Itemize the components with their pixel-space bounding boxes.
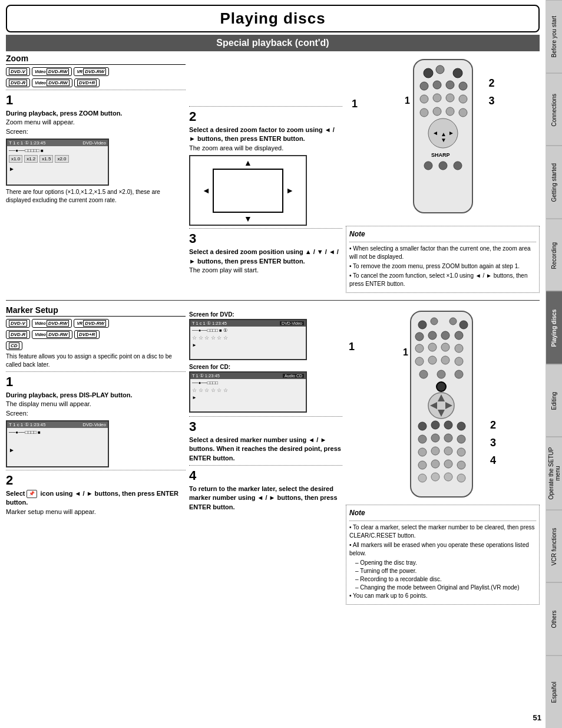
svg-text:►: ►: [448, 130, 454, 136]
zoom-note-item2: • To remove the zoom menu, press ZOOM bu…: [349, 262, 536, 271]
marker-disc-dvdrw-vr: VR DVD-RW: [74, 319, 108, 328]
zoom-note-box: Note • When selecting a smaller factor t…: [346, 226, 540, 293]
screen-dvd-topbar-right: DVD-Video: [280, 321, 304, 325]
zoom-screen-row1: ──●──□□□□□ ■: [9, 148, 106, 153]
marker-step2-desc: Select 📌 icon using ◄ / ► buttons, then …: [6, 489, 186, 516]
svg-point-70: [431, 473, 439, 481]
svg-point-46: [455, 370, 463, 378]
svg-point-64: [457, 448, 465, 456]
svg-point-42: [455, 357, 463, 365]
svg-point-45: [437, 370, 445, 378]
marker-screen-body: ──●──□□□□ ■ ►: [7, 428, 108, 455]
zoom-section-title: Zoom: [6, 54, 186, 65]
svg-point-66: [431, 460, 439, 468]
svg-text:▼: ▼: [441, 137, 447, 143]
sidebar-tab-connections[interactable]: Connections: [546, 73, 562, 146]
sidebar-tab-vcr-functions[interactable]: VCR functions: [546, 510, 562, 583]
remote-label-3: 3: [488, 95, 494, 107]
zoom-step1-heading-text: During playback, press ZOOM button.: [6, 110, 122, 117]
marker-disc-dvdr2: DVD+R: [74, 330, 100, 339]
sidebar-tab-before-you-start[interactable]: Before you start: [546, 0, 562, 73]
marker-screen-arrow: ►: [9, 447, 106, 453]
svg-text:SHARP: SHARP: [431, 152, 450, 158]
marker-screen-row1: ──●──□□□□ ■: [9, 430, 106, 435]
zoom-arrow-down: ▼: [244, 214, 252, 223]
marker-step1-sep: [6, 371, 186, 372]
marker-screen-topbar: T 1 c 1 ① 1:23:45 DVD-Video: [7, 421, 108, 428]
svg-point-32: [428, 331, 437, 340]
marker-step1-sub: Screen:: [6, 410, 28, 417]
screen-dvd-topbar-left: T 1 c 1 ① 1:23:45: [192, 321, 227, 326]
zoom-arrow-up: ▲: [244, 158, 252, 167]
sidebar-tab-editing[interactable]: Editing: [546, 364, 562, 437]
svg-point-34: [455, 331, 463, 340]
svg-point-15: [459, 108, 467, 117]
svg-point-68: [457, 461, 465, 469]
svg-point-13: [433, 107, 441, 116]
marker-note-subitem4: – Changing the mode between Original and…: [355, 584, 536, 592]
screen-dvd-row1: ──●──□□□□ ■ ①: [190, 327, 306, 334]
svg-point-2: [436, 65, 444, 74]
marker-remote-svg: 1: [400, 308, 485, 503]
right-sidebar: Before you start Connections Getting sta…: [546, 0, 562, 728]
svg-point-58: [431, 434, 439, 442]
svg-point-53: [418, 422, 427, 430]
marker-step2-number: 2: [6, 473, 186, 488]
sidebar-tab-playing-discs[interactable]: Playing discs: [546, 291, 562, 364]
svg-point-30: [459, 321, 468, 329]
svg-point-37: [441, 343, 449, 351]
zoom-step2-desc: Select a desired zoom factor to zoom usi…: [189, 126, 342, 153]
zoom-screen-topbar-right: DVD-Video: [82, 140, 106, 146]
screen-cd-arrow: ►: [190, 394, 306, 401]
marker-step4-sep: [189, 465, 342, 466]
sidebar-tab-getting-started[interactable]: Getting started: [546, 146, 562, 219]
svg-point-54: [431, 421, 439, 429]
marker-section-title: Marker Setup: [6, 305, 186, 317]
zoom-step1-sep: [6, 90, 186, 90]
marker-description: This feature allows you to assign a spec…: [6, 353, 186, 369]
sidebar-tab-espanol[interactable]: Español: [546, 655, 562, 729]
zoom-inner-rect: ▲ ▼ ◄ ►: [213, 169, 283, 213]
remote-label-2: 2: [488, 77, 494, 90]
svg-point-35: [415, 344, 424, 353]
zoom-step2-body: The zoom area will be displayed.: [189, 144, 283, 151]
svg-point-6: [446, 81, 454, 89]
svg-point-24: [439, 162, 447, 170]
zoom-opt-15: x1.5: [39, 155, 53, 163]
screen-cd-topbar: T 1 ① 1:23:45 Audio CD: [190, 373, 306, 379]
zoom-remote-area: 1 ▲ ▼ ◄ ► SHARP: [346, 57, 540, 223]
screen-dvd-label: Screen for DVD:: [189, 311, 342, 318]
sidebar-tab-setup-menu[interactable]: Operate the SETUP menu: [546, 437, 562, 510]
svg-point-8: [420, 95, 428, 103]
svg-point-62: [431, 447, 439, 455]
svg-text:1: 1: [405, 95, 410, 106]
disc-badge-dvdr2: DVD+R: [74, 78, 100, 87]
marker-step3-number: 3: [189, 419, 342, 434]
svg-point-60: [457, 435, 465, 443]
svg-point-47: [437, 382, 446, 391]
zoom-remote-svg: 1 ▲ ▼ ◄ ► SHARP: [402, 57, 484, 222]
marker-step2-heading: Select 📌 icon using ◄ / ► buttons, then …: [6, 490, 178, 506]
svg-point-29: [449, 318, 457, 325]
marker-remote-label-4: 4: [490, 454, 496, 467]
marker-step3-desc: Select a desired marker number using ◄ /…: [189, 436, 342, 463]
svg-point-25: [454, 162, 462, 170]
screen-dvd-topbar: T 1 c 1 ① 1:23:45 DVD-Video: [190, 320, 306, 327]
svg-point-56: [457, 422, 465, 430]
marker-note-item1: • To clear a marker, select the marker n…: [349, 523, 536, 540]
marker-disc-badges-row3: CD: [6, 341, 186, 350]
zoom-opt-10: x1.0: [9, 155, 22, 163]
screen-cd-row1: ──●──□□□□: [190, 379, 306, 387]
sidebar-tab-recording[interactable]: Recording: [546, 219, 562, 292]
marker-step4-desc: To return to the marker later, select th…: [189, 485, 342, 512]
marker-step1-number: 1: [6, 374, 186, 390]
marker-step1-body: The display menu will appear.: [6, 400, 91, 407]
marker-note-subitem3: – Recording to a recordable disc.: [355, 575, 536, 584]
zoom-step2-number: 2: [189, 109, 342, 124]
marker-remote-label-2: 2: [490, 419, 496, 431]
sidebar-tab-others[interactable]: Others: [546, 582, 562, 655]
zoom-screen-arrow: ►: [9, 166, 106, 172]
zoom-opt-20: x2.0: [55, 155, 68, 163]
zoom-disc-badges-row2: DVD-R Video DVD-RW DVD+R: [6, 78, 186, 87]
zoom-diagram: ▲ ▼ ◄ ►: [189, 155, 307, 226]
